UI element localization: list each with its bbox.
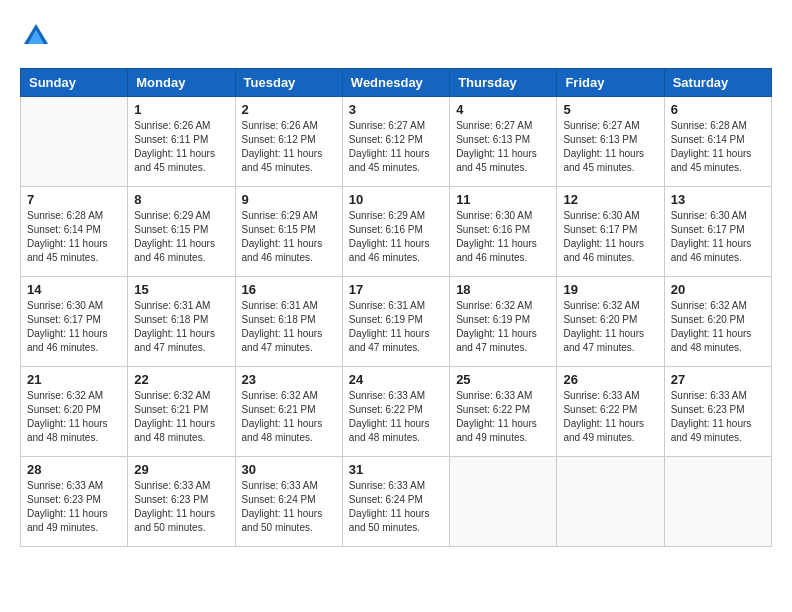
day-info: Sunrise: 6:31 AM Sunset: 6:18 PM Dayligh…: [134, 299, 228, 355]
day-info: Sunrise: 6:30 AM Sunset: 6:17 PM Dayligh…: [27, 299, 121, 355]
day-number: 10: [349, 192, 443, 207]
column-header-wednesday: Wednesday: [342, 69, 449, 97]
page-header: [20, 20, 772, 52]
week-row-1: 1Sunrise: 6:26 AM Sunset: 6:11 PM Daylig…: [21, 97, 772, 187]
calendar-cell: 2Sunrise: 6:26 AM Sunset: 6:12 PM Daylig…: [235, 97, 342, 187]
day-info: Sunrise: 6:30 AM Sunset: 6:16 PM Dayligh…: [456, 209, 550, 265]
day-number: 6: [671, 102, 765, 117]
day-info: Sunrise: 6:32 AM Sunset: 6:19 PM Dayligh…: [456, 299, 550, 355]
day-info: Sunrise: 6:28 AM Sunset: 6:14 PM Dayligh…: [671, 119, 765, 175]
day-number: 16: [242, 282, 336, 297]
day-info: Sunrise: 6:33 AM Sunset: 6:22 PM Dayligh…: [456, 389, 550, 445]
day-number: 11: [456, 192, 550, 207]
day-number: 17: [349, 282, 443, 297]
calendar-cell: 9Sunrise: 6:29 AM Sunset: 6:15 PM Daylig…: [235, 187, 342, 277]
day-info: Sunrise: 6:29 AM Sunset: 6:15 PM Dayligh…: [134, 209, 228, 265]
calendar-cell: 15Sunrise: 6:31 AM Sunset: 6:18 PM Dayli…: [128, 277, 235, 367]
day-number: 24: [349, 372, 443, 387]
calendar-cell: 10Sunrise: 6:29 AM Sunset: 6:16 PM Dayli…: [342, 187, 449, 277]
calendar-cell: 4Sunrise: 6:27 AM Sunset: 6:13 PM Daylig…: [450, 97, 557, 187]
calendar-cell: 22Sunrise: 6:32 AM Sunset: 6:21 PM Dayli…: [128, 367, 235, 457]
calendar-cell: 29Sunrise: 6:33 AM Sunset: 6:23 PM Dayli…: [128, 457, 235, 547]
calendar-cell: 24Sunrise: 6:33 AM Sunset: 6:22 PM Dayli…: [342, 367, 449, 457]
column-header-saturday: Saturday: [664, 69, 771, 97]
day-info: Sunrise: 6:33 AM Sunset: 6:23 PM Dayligh…: [27, 479, 121, 535]
day-info: Sunrise: 6:29 AM Sunset: 6:15 PM Dayligh…: [242, 209, 336, 265]
day-info: Sunrise: 6:32 AM Sunset: 6:21 PM Dayligh…: [242, 389, 336, 445]
day-number: 4: [456, 102, 550, 117]
day-number: 8: [134, 192, 228, 207]
calendar-cell: 14Sunrise: 6:30 AM Sunset: 6:17 PM Dayli…: [21, 277, 128, 367]
calendar-cell: 27Sunrise: 6:33 AM Sunset: 6:23 PM Dayli…: [664, 367, 771, 457]
day-info: Sunrise: 6:32 AM Sunset: 6:20 PM Dayligh…: [671, 299, 765, 355]
calendar-cell: 11Sunrise: 6:30 AM Sunset: 6:16 PM Dayli…: [450, 187, 557, 277]
calendar-cell: 6Sunrise: 6:28 AM Sunset: 6:14 PM Daylig…: [664, 97, 771, 187]
calendar-cell: 28Sunrise: 6:33 AM Sunset: 6:23 PM Dayli…: [21, 457, 128, 547]
day-info: Sunrise: 6:32 AM Sunset: 6:21 PM Dayligh…: [134, 389, 228, 445]
calendar-cell: 25Sunrise: 6:33 AM Sunset: 6:22 PM Dayli…: [450, 367, 557, 457]
calendar-cell: [21, 97, 128, 187]
day-info: Sunrise: 6:30 AM Sunset: 6:17 PM Dayligh…: [671, 209, 765, 265]
column-header-monday: Monday: [128, 69, 235, 97]
calendar-cell: 26Sunrise: 6:33 AM Sunset: 6:22 PM Dayli…: [557, 367, 664, 457]
calendar-cell: [664, 457, 771, 547]
day-info: Sunrise: 6:33 AM Sunset: 6:23 PM Dayligh…: [134, 479, 228, 535]
calendar-cell: 17Sunrise: 6:31 AM Sunset: 6:19 PM Dayli…: [342, 277, 449, 367]
day-number: 29: [134, 462, 228, 477]
day-info: Sunrise: 6:32 AM Sunset: 6:20 PM Dayligh…: [563, 299, 657, 355]
day-info: Sunrise: 6:27 AM Sunset: 6:12 PM Dayligh…: [349, 119, 443, 175]
calendar-cell: 16Sunrise: 6:31 AM Sunset: 6:18 PM Dayli…: [235, 277, 342, 367]
calendar-cell: 21Sunrise: 6:32 AM Sunset: 6:20 PM Dayli…: [21, 367, 128, 457]
day-number: 20: [671, 282, 765, 297]
calendar-cell: 30Sunrise: 6:33 AM Sunset: 6:24 PM Dayli…: [235, 457, 342, 547]
day-info: Sunrise: 6:30 AM Sunset: 6:17 PM Dayligh…: [563, 209, 657, 265]
day-number: 31: [349, 462, 443, 477]
day-number: 26: [563, 372, 657, 387]
calendar-cell: 7Sunrise: 6:28 AM Sunset: 6:14 PM Daylig…: [21, 187, 128, 277]
day-number: 2: [242, 102, 336, 117]
column-header-thursday: Thursday: [450, 69, 557, 97]
week-row-2: 7Sunrise: 6:28 AM Sunset: 6:14 PM Daylig…: [21, 187, 772, 277]
calendar-cell: 8Sunrise: 6:29 AM Sunset: 6:15 PM Daylig…: [128, 187, 235, 277]
day-info: Sunrise: 6:29 AM Sunset: 6:16 PM Dayligh…: [349, 209, 443, 265]
day-info: Sunrise: 6:33 AM Sunset: 6:23 PM Dayligh…: [671, 389, 765, 445]
day-info: Sunrise: 6:31 AM Sunset: 6:19 PM Dayligh…: [349, 299, 443, 355]
logo-icon: [20, 20, 52, 52]
calendar-cell: [450, 457, 557, 547]
day-info: Sunrise: 6:33 AM Sunset: 6:22 PM Dayligh…: [563, 389, 657, 445]
day-info: Sunrise: 6:32 AM Sunset: 6:20 PM Dayligh…: [27, 389, 121, 445]
day-number: 14: [27, 282, 121, 297]
day-number: 9: [242, 192, 336, 207]
day-number: 25: [456, 372, 550, 387]
column-header-sunday: Sunday: [21, 69, 128, 97]
calendar-cell: 19Sunrise: 6:32 AM Sunset: 6:20 PM Dayli…: [557, 277, 664, 367]
day-info: Sunrise: 6:31 AM Sunset: 6:18 PM Dayligh…: [242, 299, 336, 355]
day-number: 12: [563, 192, 657, 207]
day-number: 23: [242, 372, 336, 387]
column-header-friday: Friday: [557, 69, 664, 97]
calendar-cell: 1Sunrise: 6:26 AM Sunset: 6:11 PM Daylig…: [128, 97, 235, 187]
day-number: 21: [27, 372, 121, 387]
calendar-cell: [557, 457, 664, 547]
day-info: Sunrise: 6:33 AM Sunset: 6:22 PM Dayligh…: [349, 389, 443, 445]
calendar-cell: 13Sunrise: 6:30 AM Sunset: 6:17 PM Dayli…: [664, 187, 771, 277]
calendar-cell: 12Sunrise: 6:30 AM Sunset: 6:17 PM Dayli…: [557, 187, 664, 277]
calendar-header-row: SundayMondayTuesdayWednesdayThursdayFrid…: [21, 69, 772, 97]
day-info: Sunrise: 6:26 AM Sunset: 6:11 PM Dayligh…: [134, 119, 228, 175]
calendar-cell: 20Sunrise: 6:32 AM Sunset: 6:20 PM Dayli…: [664, 277, 771, 367]
day-info: Sunrise: 6:33 AM Sunset: 6:24 PM Dayligh…: [242, 479, 336, 535]
day-number: 5: [563, 102, 657, 117]
day-info: Sunrise: 6:26 AM Sunset: 6:12 PM Dayligh…: [242, 119, 336, 175]
day-number: 15: [134, 282, 228, 297]
day-number: 27: [671, 372, 765, 387]
week-row-5: 28Sunrise: 6:33 AM Sunset: 6:23 PM Dayli…: [21, 457, 772, 547]
day-info: Sunrise: 6:27 AM Sunset: 6:13 PM Dayligh…: [456, 119, 550, 175]
calendar-cell: 18Sunrise: 6:32 AM Sunset: 6:19 PM Dayli…: [450, 277, 557, 367]
calendar-cell: 5Sunrise: 6:27 AM Sunset: 6:13 PM Daylig…: [557, 97, 664, 187]
day-info: Sunrise: 6:28 AM Sunset: 6:14 PM Dayligh…: [27, 209, 121, 265]
day-number: 3: [349, 102, 443, 117]
column-header-tuesday: Tuesday: [235, 69, 342, 97]
day-number: 28: [27, 462, 121, 477]
calendar-cell: 31Sunrise: 6:33 AM Sunset: 6:24 PM Dayli…: [342, 457, 449, 547]
day-number: 30: [242, 462, 336, 477]
